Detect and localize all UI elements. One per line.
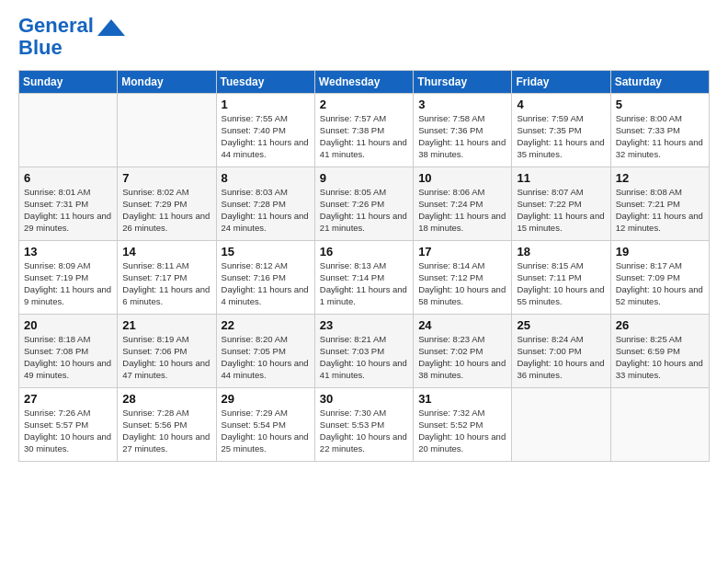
day-number: 21	[122, 318, 211, 332]
day-number: 3	[418, 98, 507, 111]
cell-info: Sunrise: 7:57 AM Sunset: 7:38 PM Dayligh…	[320, 113, 409, 160]
calendar-cell	[19, 94, 118, 167]
cell-info: Sunrise: 7:59 AM Sunset: 7:35 PM Dayligh…	[517, 113, 606, 160]
logo-icon	[97, 19, 125, 36]
day-number: 8	[222, 171, 311, 185]
day-number: 30	[320, 392, 409, 406]
calendar-header-row: SundayMondayTuesdayWednesdayThursdayFrid…	[19, 71, 710, 94]
cell-info: Sunrise: 8:24 AM Sunset: 7:00 PM Dayligh…	[517, 334, 606, 381]
calendar-week-5: 27Sunrise: 7:26 AM Sunset: 5:57 PM Dayli…	[19, 388, 710, 462]
cell-info: Sunrise: 8:02 AM Sunset: 7:29 PM Dayligh…	[122, 187, 211, 234]
logo-text: General Blue	[18, 15, 94, 59]
cell-info: Sunrise: 8:13 AM Sunset: 7:14 PM Dayligh…	[320, 260, 409, 307]
cell-info: Sunrise: 8:14 AM Sunset: 7:12 PM Dayligh…	[418, 260, 507, 307]
page: General Blue SundayMondayTuesdayWednesda…	[0, 0, 728, 563]
day-number: 23	[320, 318, 409, 332]
calendar-cell	[118, 94, 216, 167]
cell-info: Sunrise: 8:19 AM Sunset: 7:06 PM Dayligh…	[122, 334, 211, 381]
day-number: 24	[418, 318, 507, 332]
cell-info: Sunrise: 8:05 AM Sunset: 7:26 PM Dayligh…	[320, 187, 409, 234]
day-number: 11	[517, 171, 606, 185]
cell-info: Sunrise: 8:18 AM Sunset: 7:08 PM Dayligh…	[24, 334, 113, 381]
day-number: 18	[517, 245, 606, 259]
cell-info: Sunrise: 7:26 AM Sunset: 5:57 PM Dayligh…	[24, 408, 113, 454]
cell-info: Sunrise: 7:30 AM Sunset: 5:53 PM Dayligh…	[320, 408, 409, 454]
calendar-cell: 23Sunrise: 8:21 AM Sunset: 7:03 PM Dayli…	[314, 315, 413, 388]
day-number: 5	[616, 98, 705, 111]
cell-info: Sunrise: 8:23 AM Sunset: 7:02 PM Dayligh…	[418, 334, 507, 381]
day-number: 20	[24, 318, 113, 332]
day-number: 2	[320, 98, 409, 111]
calendar-cell: 30Sunrise: 7:30 AM Sunset: 5:53 PM Dayli…	[314, 388, 413, 462]
cell-info: Sunrise: 8:07 AM Sunset: 7:22 PM Dayligh…	[517, 187, 606, 234]
day-number: 25	[517, 318, 606, 332]
calendar-cell: 19Sunrise: 8:17 AM Sunset: 7:09 PM Dayli…	[610, 241, 709, 315]
cell-info: Sunrise: 8:06 AM Sunset: 7:24 PM Dayligh…	[418, 187, 507, 234]
calendar-cell: 6Sunrise: 8:01 AM Sunset: 7:31 PM Daylig…	[19, 167, 118, 241]
calendar-cell: 16Sunrise: 8:13 AM Sunset: 7:14 PM Dayli…	[314, 241, 413, 315]
day-number: 17	[418, 245, 507, 259]
day-number: 14	[122, 245, 211, 259]
day-number: 26	[616, 318, 705, 332]
cell-info: Sunrise: 7:28 AM Sunset: 5:56 PM Dayligh…	[122, 408, 211, 454]
weekday-header-friday: Friday	[512, 71, 610, 94]
calendar-cell: 18Sunrise: 8:15 AM Sunset: 7:11 PM Dayli…	[512, 241, 610, 315]
calendar-cell: 1Sunrise: 7:55 AM Sunset: 7:40 PM Daylig…	[216, 94, 314, 167]
calendar-week-1: 1Sunrise: 7:55 AM Sunset: 7:40 PM Daylig…	[19, 94, 710, 167]
calendar-cell: 12Sunrise: 8:08 AM Sunset: 7:21 PM Dayli…	[610, 167, 709, 241]
calendar-week-4: 20Sunrise: 8:18 AM Sunset: 7:08 PM Dayli…	[19, 315, 710, 388]
calendar-cell: 17Sunrise: 8:14 AM Sunset: 7:12 PM Dayli…	[414, 241, 512, 315]
cell-info: Sunrise: 8:03 AM Sunset: 7:28 PM Dayligh…	[222, 187, 311, 234]
calendar-cell: 31Sunrise: 7:32 AM Sunset: 5:52 PM Dayli…	[414, 388, 512, 462]
cell-info: Sunrise: 8:00 AM Sunset: 7:33 PM Dayligh…	[616, 113, 705, 160]
weekday-header-wednesday: Wednesday	[314, 71, 413, 94]
day-number: 10	[418, 171, 507, 185]
calendar-cell: 2Sunrise: 7:57 AM Sunset: 7:38 PM Daylig…	[314, 94, 413, 167]
cell-info: Sunrise: 8:15 AM Sunset: 7:11 PM Dayligh…	[517, 260, 606, 307]
cell-info: Sunrise: 8:17 AM Sunset: 7:09 PM Dayligh…	[616, 260, 705, 307]
calendar-cell: 29Sunrise: 7:29 AM Sunset: 5:54 PM Dayli…	[216, 388, 314, 462]
day-number: 29	[222, 392, 311, 406]
cell-info: Sunrise: 7:58 AM Sunset: 7:36 PM Dayligh…	[418, 113, 507, 160]
cell-info: Sunrise: 8:20 AM Sunset: 7:05 PM Dayligh…	[222, 334, 311, 381]
calendar-cell	[610, 388, 709, 462]
day-number: 19	[616, 245, 705, 259]
calendar-cell: 22Sunrise: 8:20 AM Sunset: 7:05 PM Dayli…	[216, 315, 314, 388]
calendar-cell: 27Sunrise: 7:26 AM Sunset: 5:57 PM Dayli…	[19, 388, 118, 462]
day-number: 13	[24, 245, 113, 259]
day-number: 1	[222, 98, 311, 111]
cell-info: Sunrise: 7:29 AM Sunset: 5:54 PM Dayligh…	[222, 408, 311, 454]
day-number: 16	[320, 245, 409, 259]
day-number: 28	[122, 392, 211, 406]
calendar-cell: 3Sunrise: 7:58 AM Sunset: 7:36 PM Daylig…	[414, 94, 512, 167]
calendar-week-3: 13Sunrise: 8:09 AM Sunset: 7:19 PM Dayli…	[19, 241, 710, 315]
logo-blue: Blue	[18, 36, 63, 59]
day-number: 9	[320, 171, 409, 185]
weekday-header-sunday: Sunday	[19, 71, 118, 94]
calendar-cell: 26Sunrise: 8:25 AM Sunset: 6:59 PM Dayli…	[610, 315, 709, 388]
day-number: 22	[222, 318, 311, 332]
day-number: 4	[517, 98, 606, 111]
cell-info: Sunrise: 7:32 AM Sunset: 5:52 PM Dayligh…	[418, 408, 507, 454]
calendar-cell: 11Sunrise: 8:07 AM Sunset: 7:22 PM Dayli…	[512, 167, 610, 241]
calendar-cell: 28Sunrise: 7:28 AM Sunset: 5:56 PM Dayli…	[118, 388, 216, 462]
day-number: 15	[222, 245, 311, 259]
calendar-cell: 5Sunrise: 8:00 AM Sunset: 7:33 PM Daylig…	[610, 94, 709, 167]
cell-info: Sunrise: 8:12 AM Sunset: 7:16 PM Dayligh…	[222, 260, 311, 307]
calendar-cell: 25Sunrise: 8:24 AM Sunset: 7:00 PM Dayli…	[512, 315, 610, 388]
calendar: SundayMondayTuesdayWednesdayThursdayFrid…	[18, 70, 710, 462]
header: General Blue	[18, 15, 710, 59]
svg-marker-0	[97, 19, 125, 36]
cell-info: Sunrise: 8:25 AM Sunset: 6:59 PM Dayligh…	[616, 334, 705, 381]
calendar-cell	[512, 388, 610, 462]
calendar-week-2: 6Sunrise: 8:01 AM Sunset: 7:31 PM Daylig…	[19, 167, 710, 241]
logo: General Blue	[18, 15, 125, 59]
calendar-cell: 13Sunrise: 8:09 AM Sunset: 7:19 PM Dayli…	[19, 241, 118, 315]
cell-info: Sunrise: 8:01 AM Sunset: 7:31 PM Dayligh…	[24, 187, 113, 234]
calendar-cell: 20Sunrise: 8:18 AM Sunset: 7:08 PM Dayli…	[19, 315, 118, 388]
calendar-cell: 15Sunrise: 8:12 AM Sunset: 7:16 PM Dayli…	[216, 241, 314, 315]
calendar-cell: 4Sunrise: 7:59 AM Sunset: 7:35 PM Daylig…	[512, 94, 610, 167]
day-number: 6	[24, 171, 113, 185]
day-number: 12	[616, 171, 705, 185]
calendar-cell: 14Sunrise: 8:11 AM Sunset: 7:17 PM Dayli…	[118, 241, 216, 315]
